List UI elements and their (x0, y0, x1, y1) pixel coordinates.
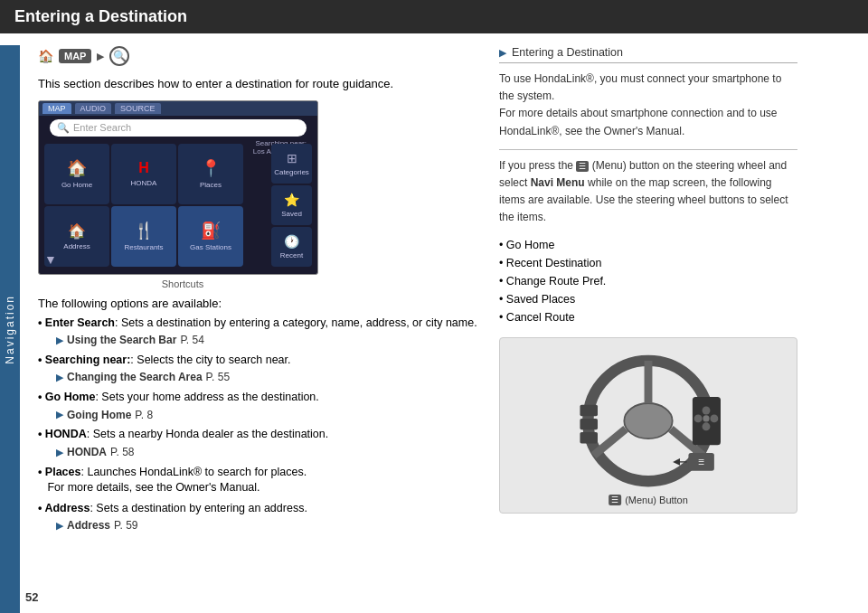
svg-rect-5 (580, 405, 598, 416)
honda-label: HONDA (131, 179, 157, 187)
right-section-title: ▶ Entering a Destination (499, 46, 797, 63)
menu-button-text: (Menu) Button (625, 495, 688, 505)
ref-searching-near: ▶ Changing the Search Area P. 55 (56, 370, 481, 385)
ref-arrow-icon: ▶ (56, 334, 63, 347)
list-item-address: Address: Sets a destination by entering … (38, 501, 481, 533)
menu-button-icon: ☰ (609, 495, 621, 505)
svg-point-1 (624, 403, 672, 439)
ref-page-honda: P. 58 (110, 445, 134, 460)
svg-point-12 (694, 414, 703, 422)
term-honda: HONDA (45, 428, 87, 440)
nav-grid-go-home[interactable]: 🏠 Go Home (44, 144, 109, 204)
right-intro-text: To use HondaLink®, you must connect your… (499, 71, 797, 140)
go-home-label: Go Home (61, 181, 92, 189)
term-address: Address (44, 502, 90, 514)
down-arrow-icon: ▼ (44, 252, 57, 267)
ref-page-address: P. 59 (114, 518, 137, 533)
nav-grid-places[interactable]: 📍 Places (178, 144, 243, 204)
home-nav-icon: 🏠 (67, 158, 87, 178)
nav-tab-audio[interactable]: AUDIO (75, 103, 112, 114)
svg-line-3 (594, 429, 627, 455)
restaurants-nav-icon: 🍴 (134, 221, 154, 240)
ref-honda: ▶ HONDA P. 58 (56, 445, 481, 460)
shortcuts-label: Shortcuts (38, 278, 327, 289)
left-column: 🏠 MAP ▶ 🔍 This section describes how to … (38, 46, 481, 599)
right-column: ▶ Entering a Destination To use HondaLin… (499, 46, 797, 599)
side-tab-label: Navigation (4, 295, 16, 364)
svg-rect-6 (580, 419, 598, 429)
desc-go-home: : Sets your home address as the destinat… (95, 391, 318, 403)
term-searching-near: Searching near: (45, 354, 130, 366)
list-item-go-home: Go Home: Sets your home address as the d… (38, 390, 481, 422)
bullet-change-route: Change Route Pref. (499, 272, 797, 290)
nav-categories[interactable]: ⊞ Categories (271, 144, 312, 184)
divider (499, 149, 797, 150)
nav-top-bar: MAP AUDIO SOURCE (39, 101, 317, 116)
term-places: Places (45, 466, 81, 478)
svg-point-14 (703, 422, 711, 430)
ref-arrow-icon-5: ▶ (56, 519, 63, 533)
ref-address-text: Address (67, 518, 110, 533)
bullet-recent-dest: Recent Destination (499, 254, 797, 272)
ref-going-home: Going Home (67, 408, 131, 423)
page-title: Entering a Destination (14, 7, 187, 26)
bullet-saved-places: Saved Places (499, 290, 797, 308)
side-tab: Navigation (0, 45, 20, 613)
recent-icon: 🕐 (284, 234, 299, 249)
search-placeholder: Enter Search (73, 122, 131, 133)
bullet-cancel-route: Cancel Route (499, 308, 797, 326)
categories-label: Categories (274, 168, 309, 176)
nav-grid-honda[interactable]: H HONDA (111, 144, 176, 204)
nav-recent[interactable]: 🕐 Recent (271, 227, 312, 267)
page-header: Entering a Destination (0, 0, 868, 33)
nav-grid-restaurants[interactable]: 🍴 Restaurants (111, 206, 176, 267)
places-nav-icon: 📍 (201, 158, 221, 178)
page-number: 52 (25, 590, 38, 604)
ref-page-search: P. 54 (180, 333, 203, 348)
svg-point-13 (710, 414, 718, 422)
main-content: 🏠 MAP ▶ 🔍 This section describes how to … (20, 33, 868, 608)
desc-address: : Sets a destination by entering an addr… (90, 502, 307, 514)
nav-grid-gas[interactable]: ⛽ Gas Stations (178, 206, 243, 267)
nav-tab-source[interactable]: SOURCE (115, 103, 161, 114)
desc-enter-search: : Sets a destination by entering a categ… (115, 316, 477, 329)
term-go-home: Go Home (45, 391, 96, 403)
right-menu-desc: If you press the ☰ (Menu) button on the … (499, 157, 797, 227)
list-item-places: Places: Launches HondaLink® to search fo… (38, 465, 481, 496)
search-icon-small: 🔍 (57, 122, 70, 134)
list-item-searching-near: Searching near:: Selects the city to sea… (38, 353, 481, 385)
svg-text:☰: ☰ (698, 458, 704, 467)
ref-arrow-icon-4: ▶ (56, 446, 63, 459)
desc-honda: : Sets a nearby Honda dealer as the dest… (87, 428, 329, 440)
ref-search-bar: Using the Search Bar (67, 333, 176, 348)
ref-search-area: Changing the Search Area (67, 370, 203, 385)
ref-honda-text: HONDA (67, 445, 107, 460)
svg-point-11 (703, 407, 711, 415)
ref-enter-search: ▶ Using the Search Bar P. 54 (56, 333, 481, 348)
svg-point-15 (703, 415, 709, 421)
nav-saved[interactable]: ⭐ Saved (271, 185, 312, 225)
nav-tab-map[interactable]: MAP (42, 103, 71, 114)
map-button[interactable]: MAP (59, 49, 91, 63)
list-item-enter-search: Enter Search: Sets a destination by ente… (38, 316, 481, 348)
saved-label: Saved (281, 210, 302, 218)
term-enter-search: Enter Search (45, 316, 115, 329)
ref-address: ▶ Address P. 59 (56, 518, 481, 533)
address-label: Address (63, 242, 90, 250)
bullet-go-home: Go Home (499, 236, 797, 254)
honda-nav-icon: H (138, 160, 149, 176)
nav-screen: MAP AUDIO SOURCE 🔍 Enter Search Searchin… (38, 100, 318, 275)
arrow-icon: ▶ (97, 51, 104, 62)
gas-label: Gas Stations (190, 243, 231, 251)
ref-page-home: P. 8 (135, 408, 153, 423)
nav-search-bar[interactable]: 🔍 Enter Search (50, 119, 307, 137)
ref-go-home: ▶ Going Home P. 8 (56, 408, 481, 423)
right-arrow-icon: ▶ (499, 47, 506, 59)
list-item-honda: HONDA: Sets a nearby Honda dealer as the… (38, 427, 481, 459)
options-intro: The following options are available: (38, 297, 481, 310)
intro-text: This section describes how to enter a de… (38, 75, 481, 93)
svg-rect-7 (580, 432, 598, 443)
ref-arrow-icon-3: ▶ (56, 408, 63, 421)
desc-searching-near: : Selects the city to search near. (130, 354, 290, 366)
recent-label: Recent (280, 251, 303, 259)
